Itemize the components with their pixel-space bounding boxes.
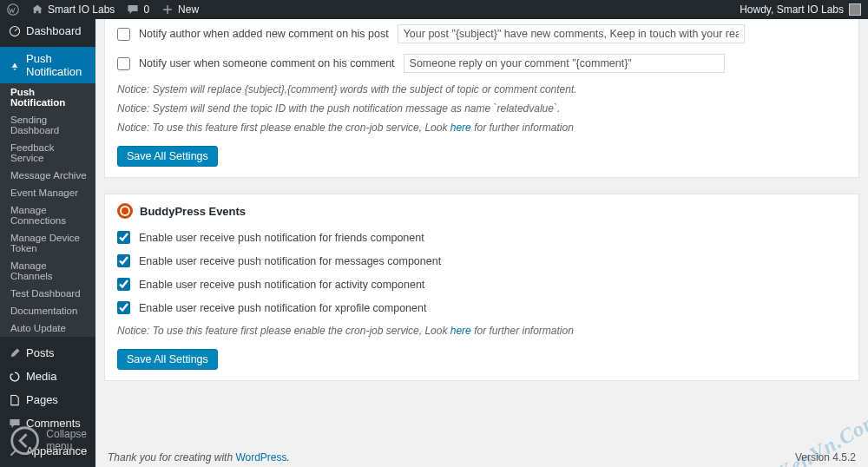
footer: Thank you for creating with WordPress. V… xyxy=(108,451,856,464)
chk-bp-activity[interactable] xyxy=(117,278,130,291)
notice-relatedvalue: Notice: System will send the topic ID wi… xyxy=(117,102,846,115)
sub-manage-connections[interactable]: Manage Connections xyxy=(0,201,95,229)
comments-link[interactable]: 0 xyxy=(127,3,149,16)
chk-notify-author[interactable] xyxy=(117,28,130,41)
save-button-1[interactable]: Save All Settings xyxy=(117,146,218,167)
lbl-bp-xprofile: Enable user receive push notification fo… xyxy=(139,302,426,314)
menu-dashboard[interactable]: Dashboard xyxy=(0,19,95,43)
sub-feedback-service[interactable]: Feedback Service xyxy=(0,139,95,167)
sub-test-dashboard[interactable]: Test Dashboard xyxy=(0,285,95,302)
avatar[interactable] xyxy=(849,3,861,16)
sub-sending-dashboard[interactable]: Sending Dashboard xyxy=(0,111,95,139)
menu-media[interactable]: Media xyxy=(0,365,95,388)
lbl-bp-friends: Enable user receive push notification fo… xyxy=(139,232,424,244)
input-notify-user-template[interactable] xyxy=(404,54,725,73)
collapse-menu[interactable]: Collapse menu xyxy=(0,419,95,462)
sub-auto-update[interactable]: Auto Update xyxy=(0,319,95,337)
notice-cron1: Notice: To use this feature first please… xyxy=(117,122,846,134)
menu-plugins[interactable]: Plugins xyxy=(0,463,95,467)
chk-bp-messages[interactable] xyxy=(117,254,130,267)
menu-push-notification[interactable]: Push Notification xyxy=(0,47,95,83)
sub-event-manager[interactable]: Event Manager xyxy=(0,184,95,201)
lbl-bp-activity: Enable user receive push notification fo… xyxy=(139,279,424,291)
svg-point-2 xyxy=(11,373,13,375)
footer-version: Version 4.5.2 xyxy=(795,451,856,464)
sub-push-notification[interactable]: Push Notification xyxy=(0,83,95,111)
buddypress-title: BuddyPress Events xyxy=(140,205,246,218)
lbl-bp-messages: Enable user receive push notification fo… xyxy=(139,255,441,267)
lbl-notify-author: Notify author when added new comment on … xyxy=(139,28,389,40)
sub-documentation[interactable]: Documentation xyxy=(0,302,95,319)
lbl-notify-user: Notify user when someone comment on his … xyxy=(139,57,395,69)
sub-message-archive[interactable]: Message Archive xyxy=(0,167,95,184)
link-here-1[interactable]: here xyxy=(450,122,471,134)
howdy-link[interactable]: Howdy, Smart IO Labs xyxy=(740,3,844,16)
wp-logo[interactable] xyxy=(7,3,19,16)
chk-bp-xprofile[interactable] xyxy=(117,301,130,314)
new-link[interactable]: New xyxy=(161,3,199,16)
svg-point-10 xyxy=(12,427,38,453)
chk-notify-user[interactable] xyxy=(117,57,130,70)
admin-sidebar: Dashboard Push Notification Push Notific… xyxy=(0,19,95,467)
notice-cron2: Notice: To use this feature first please… xyxy=(117,325,846,337)
notice-replace: Notice: System will replace {subject},{c… xyxy=(117,83,846,95)
menu-posts[interactable]: Posts xyxy=(0,341,95,365)
menu-pages[interactable]: Pages xyxy=(0,388,95,411)
admin-bar: Smart IO Labs 0 New Howdy, Smart IO Labs xyxy=(0,0,868,19)
save-button-2[interactable]: Save All Settings xyxy=(117,349,218,370)
panel-buddypress: BuddyPress Events Enable user receive pu… xyxy=(104,194,859,381)
panel-comment-settings: Notify author when added new comment on … xyxy=(104,19,859,178)
submenu-push: Push Notification Sending Dashboard Feed… xyxy=(0,83,95,337)
content-area: Notify author when added new comment on … xyxy=(95,19,868,467)
input-notify-author-template[interactable] xyxy=(398,24,745,43)
link-here-2[interactable]: here xyxy=(450,325,471,337)
buddypress-icon xyxy=(117,203,133,219)
sub-manage-channels[interactable]: Manage Channels xyxy=(0,257,95,285)
wordpress-link[interactable]: WordPress xyxy=(235,451,286,464)
sub-manage-device-token[interactable]: Manage Device Token xyxy=(0,229,95,257)
chk-bp-friends[interactable] xyxy=(117,231,130,244)
site-link[interactable]: Smart IO Labs xyxy=(31,3,115,16)
footer-thanks: Thank you for creating with WordPress. xyxy=(108,451,290,464)
